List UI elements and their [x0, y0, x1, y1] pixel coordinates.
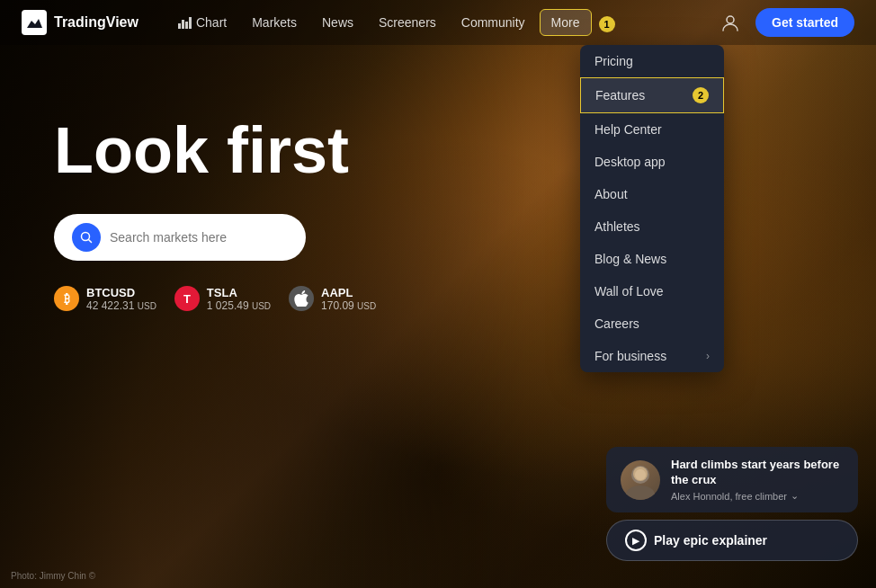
logo[interactable]: TradingView — [22, 10, 139, 35]
svg-rect-4 — [189, 17, 192, 29]
bottom-widget: Hard climbs start years before the crux … — [606, 447, 858, 561]
dropdown-pricing[interactable]: Pricing — [580, 45, 724, 77]
svg-rect-0 — [22, 10, 47, 35]
svg-rect-2 — [182, 20, 184, 29]
ticker-tsla[interactable]: T TSLA 1 025.49 USD — [174, 286, 271, 312]
testimonial-card: Hard climbs start years before the crux … — [606, 447, 858, 512]
svg-point-8 — [626, 486, 655, 500]
svg-point-5 — [727, 16, 734, 23]
photo-credit: Photo: Jimmy Chin © — [11, 571, 95, 581]
nav-chart[interactable]: Chart — [167, 10, 237, 35]
dropdown-features[interactable]: Features 2 — [580, 77, 724, 113]
svg-rect-1 — [178, 23, 181, 29]
testimonial-text: Hard climbs start years before the crux … — [671, 458, 844, 502]
aapl-icon — [289, 286, 314, 311]
dropdown-for-business[interactable]: For business › — [580, 340, 724, 372]
svg-rect-3 — [185, 22, 188, 29]
chart-icon — [178, 16, 192, 29]
tsla-info: TSLA 1 025.49 USD — [207, 286, 271, 312]
nav-more-wrapper: More 1 — [540, 9, 592, 36]
features-badge: 2 — [693, 87, 709, 103]
more-dropdown: Pricing Features 2 Help Center Desktop a… — [580, 45, 724, 372]
user-profile-icon[interactable] — [716, 8, 745, 37]
dropdown-menu: Pricing Features 2 Help Center Desktop a… — [580, 45, 724, 372]
dropdown-wall-of-love[interactable]: Wall of Love — [580, 275, 724, 307]
search-icon — [79, 230, 94, 245]
nav-community[interactable]: Community — [451, 10, 536, 35]
btc-info: BTCUSD 42 422.31 USD — [86, 286, 156, 312]
dropdown-about[interactable]: About — [580, 178, 724, 210]
avatar — [621, 460, 660, 500]
btc-icon: ₿ — [54, 286, 79, 311]
play-circle-icon: ▶ — [625, 530, 647, 551]
btc-price: 42 422.31 USD — [86, 299, 156, 312]
testimonial-subtitle: Alex Honnold, free climber ⌄ — [671, 490, 844, 502]
nav-more[interactable]: More — [540, 9, 592, 36]
more-badge: 1 — [599, 16, 615, 32]
btc-symbol: BTCUSD — [86, 286, 156, 299]
nav-links: Chart Markets News Screeners Community M… — [167, 9, 716, 36]
tradingview-logo-icon — [22, 10, 47, 35]
nav-screeners[interactable]: Screeners — [368, 10, 447, 35]
dropdown-blog-news[interactable]: Blog & News — [580, 243, 724, 275]
navbar: TradingView Chart Markets News Screeners… — [0, 0, 876, 45]
logo-text: TradingView — [54, 14, 139, 31]
hero-content: Look first ₿ BTCUSD 42 422.31 USD T TSL — [0, 45, 876, 312]
ticker-btcusd[interactable]: ₿ BTCUSD 42 422.31 USD — [54, 286, 156, 312]
search-input[interactable] — [110, 230, 288, 245]
chevron-right-icon: › — [706, 350, 710, 362]
nav-markets[interactable]: Markets — [241, 10, 308, 35]
get-started-button[interactable]: Get started — [755, 8, 854, 37]
dropdown-help-center[interactable]: Help Center — [580, 113, 724, 146]
aapl-symbol: AAPL — [321, 286, 376, 299]
nav-right: Get started — [716, 8, 854, 37]
dropdown-desktop-app[interactable]: Desktop app — [580, 146, 724, 178]
nav-news[interactable]: News — [311, 10, 364, 35]
tsla-price: 1 025.49 USD — [207, 299, 271, 312]
ticker-aapl[interactable]: AAPL 170.09 USD — [289, 286, 376, 312]
dropdown-athletes[interactable]: Athletes — [580, 210, 724, 243]
tsla-symbol: TSLA — [207, 286, 271, 299]
chevron-down-icon: ⌄ — [791, 490, 799, 502]
aapl-price: 170.09 USD — [321, 299, 376, 312]
tsla-icon: T — [174, 286, 200, 311]
dropdown-careers[interactable]: Careers — [580, 307, 724, 340]
play-button[interactable]: ▶ Play epic explainer — [606, 520, 858, 561]
aapl-info: AAPL 170.09 USD — [321, 286, 376, 312]
search-icon-circle — [72, 223, 101, 252]
search-bar[interactable] — [54, 214, 306, 261]
testimonial-title: Hard climbs start years before the crux — [671, 458, 844, 488]
user-icon — [720, 13, 740, 32]
